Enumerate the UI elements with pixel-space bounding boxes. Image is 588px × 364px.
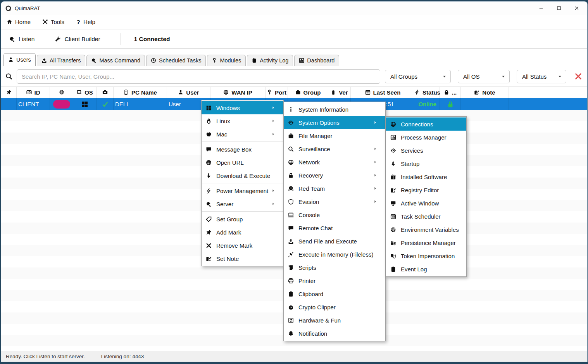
groups-filter[interactable]: All Groups xyxy=(385,70,451,83)
menu-item-scripts[interactable]: Scripts xyxy=(284,261,385,274)
col-header-flag[interactable] xyxy=(50,87,73,98)
menu-help[interactable]: ? Help xyxy=(76,19,95,25)
apple-icon xyxy=(206,131,212,137)
home-icon xyxy=(7,19,12,25)
menu-item-event-log[interactable]: Event Log xyxy=(386,262,466,276)
menu-item-recovery[interactable]: Recovery xyxy=(284,169,385,182)
tab-mass-command[interactable]: Mass Command xyxy=(86,55,145,66)
tools-icon xyxy=(42,19,48,25)
menu-item-linux[interactable]: Linux xyxy=(202,114,283,128)
col-header-ver[interactable]: Ver xyxy=(328,87,351,98)
menu-item-send-file-and-execute[interactable]: Send File and Execute xyxy=(284,235,385,248)
menu-item-file-manager[interactable]: File Manager xyxy=(284,129,385,142)
tab-scheduled-tasks[interactable]: Scheduled Tasks xyxy=(146,55,206,66)
lock-icon xyxy=(288,173,294,178)
menu-item-label: Notification xyxy=(298,330,327,337)
menu-item-label: Persistence Manager xyxy=(401,240,456,246)
search-input[interactable] xyxy=(17,69,380,84)
menu-item-windows[interactable]: Windows xyxy=(202,101,283,114)
col-header-pcname[interactable]: PC Name xyxy=(114,87,167,98)
close-button[interactable] xyxy=(569,2,587,15)
tab-activity-log[interactable]: Activity Log xyxy=(247,55,293,66)
menu-item-message-box[interactable]: Message Box xyxy=(202,143,283,156)
menu-item-remote-chat[interactable]: Remote Chat xyxy=(284,221,385,235)
menu-item-printer[interactable]: Printer xyxy=(284,274,385,287)
menu-tools[interactable]: Tools xyxy=(42,19,64,25)
status-message: Ready. Click Listen to start server. xyxy=(6,354,85,359)
menu-item-label: System Information xyxy=(298,106,348,113)
wrench-icon xyxy=(55,36,61,42)
menu-item-mac[interactable]: Mac xyxy=(202,128,283,141)
col-header-group[interactable]: Group xyxy=(288,87,328,98)
tab-all-transfers[interactable]: All Transfers xyxy=(37,55,86,66)
menu-item-active-window[interactable]: Active Window xyxy=(386,197,466,210)
menu-item-clipboard[interactable]: Clipboard xyxy=(284,287,385,300)
client-builder-button[interactable]: Client Builder xyxy=(55,36,100,43)
menu-item-server[interactable]: Server xyxy=(202,197,283,210)
listen-button[interactable]: Listen xyxy=(9,36,34,43)
col-header-lastseen[interactable]: Last Seen xyxy=(351,87,415,98)
menu-item-open-url[interactable]: Open URL xyxy=(202,156,283,169)
minimize-button[interactable] xyxy=(534,2,552,15)
col-header-os[interactable]: OS xyxy=(73,87,97,98)
menu-item-installed-software[interactable]: Installed Software xyxy=(386,170,466,183)
menu-item-crypto-clipper[interactable]: Crypto Clipper xyxy=(284,300,385,314)
menu-item-set-note[interactable]: Set Note xyxy=(202,252,283,265)
calendar-icon xyxy=(365,90,371,95)
col-header-cam[interactable] xyxy=(97,87,114,98)
menu-item-network[interactable]: Network xyxy=(284,155,385,169)
menu-item-set-group[interactable]: Set Group xyxy=(202,212,283,226)
menu-item-environment-variables[interactable]: Environment Variables xyxy=(386,223,466,236)
menu-item-services[interactable]: Services xyxy=(386,144,466,157)
menu-item-label: Scripts xyxy=(298,264,316,271)
menu-item-execute-in-memory-fileless[interactable]: Execute in Memory (Fileless) xyxy=(284,248,385,261)
menu-item-token-impersonation[interactable]: Token Impersonation xyxy=(386,249,466,262)
lockkey-icon xyxy=(390,240,396,246)
menu-item-red-team[interactable]: Red Team xyxy=(284,182,385,195)
clear-filters-button[interactable] xyxy=(574,72,582,80)
menu-item-label: Event Log xyxy=(401,266,427,273)
menu-item-hardware-fun[interactable]: Hardware & Fun xyxy=(284,314,385,327)
col-header-lock[interactable]: ... xyxy=(440,87,461,98)
shield-icon xyxy=(288,199,294,205)
menu-item-notification[interactable]: Notification xyxy=(284,327,385,340)
note-icon xyxy=(206,256,212,262)
menu-item-label: Clipboard xyxy=(298,291,323,297)
col-header-port[interactable]: Port xyxy=(266,87,288,98)
menu-item-power-management[interactable]: Power Management xyxy=(202,184,283,197)
menu-item-add-mark[interactable]: Add Mark xyxy=(202,226,283,239)
menu-home[interactable]: Home xyxy=(7,19,31,25)
menu-item-download-execute[interactable]: Download & Execute xyxy=(202,169,283,182)
menu-item-connections[interactable]: Connections xyxy=(386,117,466,131)
maximize-button[interactable] xyxy=(552,2,569,15)
os-filter[interactable]: All OS xyxy=(458,70,510,83)
chart-icon xyxy=(390,135,396,140)
menu-item-registry-editor[interactable]: Registry Editor xyxy=(386,183,466,197)
menu-item-remove-mark[interactable]: Remove Mark xyxy=(202,239,283,252)
menu-item-evasion[interactable]: Evasion xyxy=(284,195,385,208)
tab-label: Modules xyxy=(220,57,241,64)
menu-item-console[interactable]: Console xyxy=(284,208,385,221)
menu-item-persistence-manager[interactable]: Persistence Manager xyxy=(386,236,466,249)
menu-item-surveillance[interactable]: Surveillance xyxy=(284,142,385,155)
globe-icon xyxy=(206,160,212,166)
lock-icon xyxy=(444,90,449,95)
col-header-note[interactable]: Note xyxy=(461,87,509,98)
menu-item-startup[interactable]: Startup xyxy=(386,157,466,170)
menu-item-task-scheduler[interactable]: Task Scheduler xyxy=(386,210,466,223)
col-header-user[interactable]: User xyxy=(167,87,210,98)
col-header-id[interactable]: ID xyxy=(17,87,50,98)
menu-item-process-manager[interactable]: Process Manager xyxy=(386,131,466,144)
tab-label: Mass Command xyxy=(99,57,140,64)
tab-modules[interactable]: Modules xyxy=(207,55,246,66)
menu-item-system-options[interactable]: System Options xyxy=(284,116,385,129)
menu-item-system-information[interactable]: System Information xyxy=(284,103,385,116)
col-header-wanip[interactable]: WAN IP xyxy=(210,87,266,98)
tab-users[interactable]: Users xyxy=(3,53,36,66)
menu-item-label: System Options xyxy=(298,119,340,126)
status-filter[interactable]: All Status xyxy=(517,70,566,83)
col-header-pin[interactable] xyxy=(1,87,17,98)
app-logo-icon xyxy=(5,5,12,12)
tab-dashboard[interactable]: Dashboard xyxy=(294,55,339,66)
col-header-status[interactable]: Status xyxy=(415,87,440,98)
